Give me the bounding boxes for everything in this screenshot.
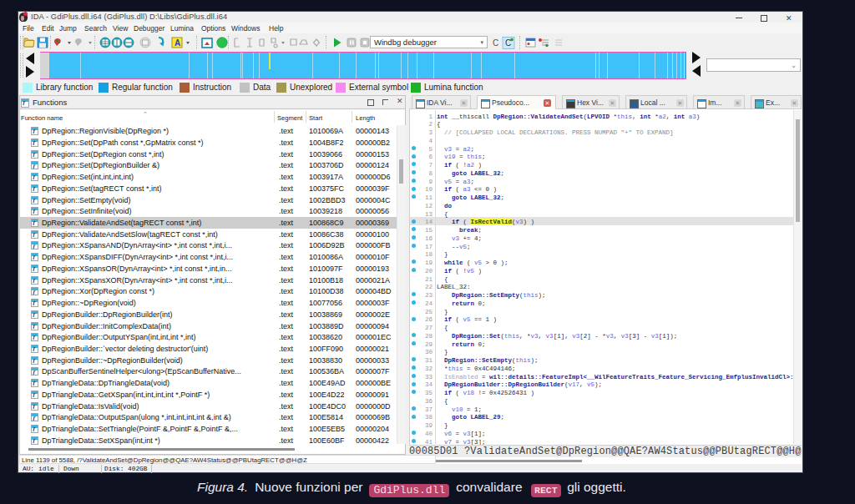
svg-text:A: A [175,38,180,48]
svg-text:C: C [493,38,498,48]
svg-text:C: C [505,38,511,48]
